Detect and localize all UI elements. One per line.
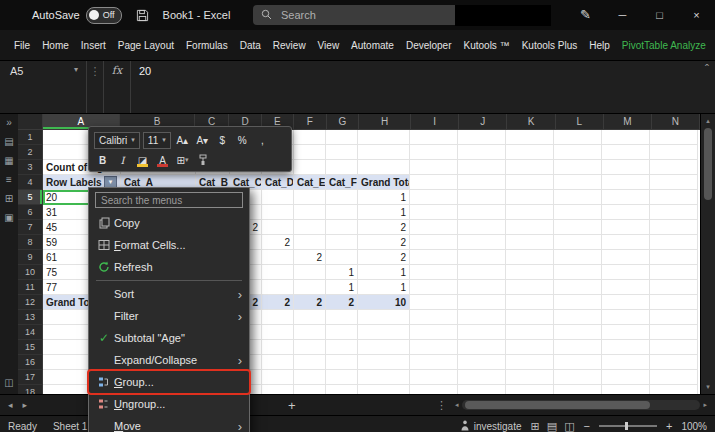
tab-options-handle[interactable]: ⋮ — [436, 395, 447, 415]
horizontal-scroll-thumb[interactable] — [465, 401, 650, 409]
cell-F9[interactable]: 2 — [294, 250, 326, 265]
cell-F12[interactable]: 2 — [294, 295, 326, 310]
cell-K11[interactable] — [506, 280, 554, 295]
cell-I16[interactable] — [410, 355, 458, 370]
cell-F3[interactable] — [294, 160, 326, 175]
menu-item-move[interactable]: Move› — [89, 415, 249, 432]
cell-G7[interactable] — [326, 220, 358, 235]
cell-H15[interactable] — [358, 340, 410, 355]
cell-L11[interactable] — [554, 280, 602, 295]
ribbon-tab-help[interactable]: Help — [585, 30, 614, 60]
cell-E14[interactable] — [262, 325, 294, 340]
cell-F11[interactable] — [294, 280, 326, 295]
cell-I13[interactable] — [410, 310, 458, 325]
cell-L14[interactable] — [554, 325, 602, 340]
cell-M13[interactable] — [602, 310, 650, 325]
menu-item-expand-collapse[interactable]: Expand/Collapse› — [89, 349, 249, 371]
horizontal-scroll-track[interactable] — [462, 400, 701, 410]
cell-H12[interactable]: 10 — [358, 295, 410, 310]
cell-E13[interactable] — [262, 310, 294, 325]
cell-N14[interactable] — [650, 325, 698, 340]
cell-I3[interactable] — [410, 160, 458, 175]
cell-K10[interactable] — [506, 265, 554, 280]
cell-J14[interactable] — [458, 325, 506, 340]
list-panel-icon[interactable]: ≡ — [6, 175, 12, 185]
cell-J5[interactable] — [458, 190, 506, 205]
column-header-f[interactable]: F — [294, 114, 326, 130]
name-box[interactable]: A5 ▾ — [0, 61, 87, 113]
cell-M2[interactable] — [602, 145, 650, 160]
insert-function-button[interactable]: fx — [104, 61, 131, 113]
row-header-6[interactable]: 6 — [18, 205, 43, 220]
row-header-13[interactable]: 13 — [18, 310, 43, 325]
ribbon-tab-formulas[interactable]: Formulas — [182, 30, 232, 60]
cell-I14[interactable] — [410, 325, 458, 340]
next-sheet-button[interactable]: ▸ — [23, 400, 28, 410]
cell-F5[interactable] — [294, 190, 326, 205]
ribbon-tab-kutools[interactable]: Kutools ™ — [460, 30, 514, 60]
cell-H17[interactable] — [358, 370, 410, 385]
column-header-m[interactable]: M — [604, 114, 652, 130]
cell-F7[interactable] — [294, 220, 326, 235]
ribbon-tab-data[interactable]: Data — [236, 30, 265, 60]
cell-I4[interactable] — [410, 175, 458, 190]
cell-K8[interactable] — [506, 235, 554, 250]
row-header-1[interactable]: 1 — [18, 130, 43, 145]
cell-L9[interactable] — [554, 250, 602, 265]
row-header-14[interactable]: 14 — [18, 325, 43, 340]
cell-K13[interactable] — [506, 310, 554, 325]
cell-E5[interactable] — [262, 190, 294, 205]
cell-L18[interactable] — [554, 385, 602, 394]
menu-item-format-cells[interactable]: Format Cells... — [89, 234, 249, 256]
cell-N2[interactable] — [650, 145, 698, 160]
search-input[interactable] — [279, 8, 457, 22]
cell-L17[interactable] — [554, 370, 602, 385]
cell-F10[interactable] — [294, 265, 326, 280]
cell-F13[interactable] — [294, 310, 326, 325]
row-header-18[interactable]: 18 — [18, 385, 43, 394]
cell-M8[interactable] — [602, 235, 650, 250]
cell-M3[interactable] — [602, 160, 650, 175]
row-header-11[interactable]: 11 — [18, 280, 43, 295]
cell-H3[interactable] — [358, 160, 410, 175]
cell-G12[interactable]: 2 — [326, 295, 358, 310]
collapse-formula-bar-icon[interactable]: ˆ — [705, 63, 709, 77]
cell-G16[interactable] — [326, 355, 358, 370]
cell-L1[interactable] — [554, 130, 602, 145]
cell-N3[interactable] — [650, 160, 698, 175]
cell-M6[interactable] — [602, 205, 650, 220]
cell-K1[interactable] — [506, 130, 554, 145]
cell-K9[interactable] — [506, 250, 554, 265]
cell-H7[interactable]: 2 — [358, 220, 410, 235]
cell-K16[interactable] — [506, 355, 554, 370]
cell-K5[interactable] — [506, 190, 554, 205]
formula-bar-handle[interactable]: ⋮ — [87, 61, 104, 113]
cell-E18[interactable] — [262, 385, 294, 394]
cell-N18[interactable] — [650, 385, 698, 394]
column-header-j[interactable]: J — [459, 114, 507, 130]
cell-I11[interactable] — [410, 280, 458, 295]
row-header-5[interactable]: 5 — [18, 190, 43, 205]
vertical-scrollbar[interactable]: ▴ ▾ — [700, 114, 715, 394]
cell-E16[interactable] — [262, 355, 294, 370]
ribbon-tab-pivottable-analyze[interactable]: PivotTable Analyze — [618, 30, 710, 60]
ribbon-tab-page-layout[interactable]: Page Layout — [114, 30, 178, 60]
cell-M7[interactable] — [602, 220, 650, 235]
cell-F14[interactable] — [294, 325, 326, 340]
cell-N9[interactable] — [650, 250, 698, 265]
cell-N6[interactable] — [650, 205, 698, 220]
cell-H6[interactable]: 1 — [358, 205, 410, 220]
row-header-2[interactable]: 2 — [18, 145, 43, 160]
cell-G11[interactable]: 1 — [326, 280, 358, 295]
ribbon-tab-insert[interactable]: Insert — [77, 30, 110, 60]
workbook-panel-icon[interactable]: ▤ — [4, 137, 13, 147]
row-header-4[interactable]: 4 — [18, 175, 43, 190]
cell-K3[interactable] — [506, 160, 554, 175]
cell-J4[interactable] — [458, 175, 506, 190]
cell-M11[interactable] — [602, 280, 650, 295]
cell-J3[interactable] — [458, 160, 506, 175]
cell-M18[interactable] — [602, 385, 650, 394]
cell-N11[interactable] — [650, 280, 698, 295]
cell-K14[interactable] — [506, 325, 554, 340]
cell-K12[interactable] — [506, 295, 554, 310]
